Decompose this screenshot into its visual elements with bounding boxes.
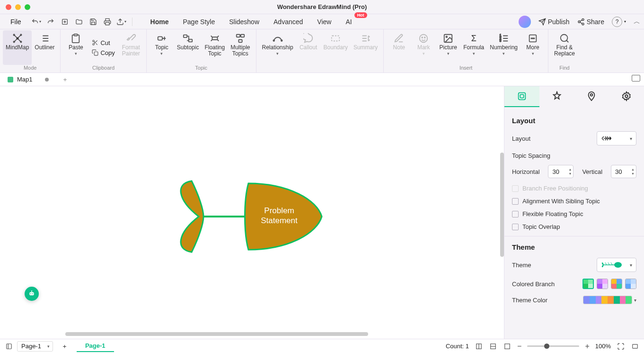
numbering-icon: 123 <box>499 33 509 44</box>
topic-button[interactable]: Topic▾ <box>150 30 174 65</box>
topic-overlap-checkbox[interactable]: Topic Overlap <box>512 223 636 230</box>
page-tab[interactable]: Page-1 <box>77 340 114 352</box>
theme-heading: Theme <box>512 243 636 251</box>
svg-point-25 <box>422 37 423 38</box>
vertical-scrollbar[interactable] <box>500 153 504 257</box>
tab-page-style[interactable]: Page Style <box>176 15 221 28</box>
copy-button[interactable]: Copy <box>90 48 116 57</box>
print-button[interactable] <box>102 16 113 27</box>
close-button[interactable] <box>6 4 11 10</box>
callout-button[interactable]: Callout <box>296 30 321 65</box>
mark-button[interactable]: Mark▾ <box>411 30 436 65</box>
minimize-button[interactable] <box>15 4 21 10</box>
view-mode-2[interactable] <box>489 343 497 350</box>
help-button[interactable]: ?▾ <box>612 17 626 27</box>
side-panel-toggle[interactable] <box>632 75 640 81</box>
pages-panel-button[interactable] <box>5 343 13 350</box>
theme-color-select[interactable] <box>583 296 632 304</box>
align-sibling-checkbox[interactable]: Alignment With Sibling Topic <box>512 198 636 205</box>
add-document-button[interactable]: ＋ <box>61 75 70 84</box>
document-tab-label: Map1 <box>17 76 33 83</box>
svg-point-40 <box>32 293 33 294</box>
collapse-ribbon-button[interactable]: ︿ <box>634 18 640 26</box>
group-clipboard: Paste▾ Cut Copy Format Painter Clipboard <box>61 29 146 72</box>
page-select[interactable]: Page-1▾ <box>17 341 53 352</box>
vertical-spacing-input[interactable]: 30▲▼ <box>611 165 636 178</box>
paste-button[interactable]: Paste▾ <box>63 30 88 65</box>
theme-color-label: Theme Color <box>512 297 547 304</box>
ai-chat-button[interactable] <box>25 287 39 301</box>
open-button[interactable] <box>73 16 85 27</box>
horizontal-spacing-input[interactable]: 30▲▼ <box>548 165 573 178</box>
svg-point-33 <box>531 38 532 39</box>
user-avatar[interactable] <box>519 16 531 28</box>
multiple-topics-button[interactable]: Multiple Topics <box>228 30 253 65</box>
panel-tab-style[interactable] <box>539 86 574 107</box>
format-painter-button[interactable]: Format Painter <box>119 30 143 65</box>
tab-view[interactable]: View <box>310 15 338 28</box>
svg-point-11 <box>93 40 95 42</box>
cut-button[interactable]: Cut <box>90 38 116 47</box>
subtopic-button[interactable]: Subtopic <box>174 30 202 65</box>
add-page-button[interactable]: ＋ <box>61 343 69 350</box>
view-mode-3[interactable] <box>503 343 512 350</box>
maximize-button[interactable] <box>25 4 30 10</box>
floating-topic-button[interactable]: Floating Topic <box>202 30 228 65</box>
svg-point-42 <box>31 290 32 291</box>
formula-button[interactable]: ΣFormula▾ <box>460 30 487 65</box>
relationship-button[interactable]: Relationship▾ <box>259 30 296 65</box>
undo-button[interactable]: ▾ <box>31 16 42 27</box>
summary-button[interactable]: Summary <box>351 30 380 65</box>
document-tab[interactable]: Map1 <box>3 74 54 84</box>
window-controls <box>6 4 30 10</box>
outliner-button[interactable]: Outliner <box>32 30 57 65</box>
flexible-floating-checkbox[interactable]: Flexible Floating Topic <box>512 210 636 217</box>
horizontal-scrollbar[interactable] <box>65 332 368 336</box>
topic-icon <box>157 33 167 44</box>
titlebar: Wondershare EdrawMind (Pro) <box>0 0 644 14</box>
tab-ai[interactable]: AIHot <box>339 15 358 28</box>
panel-tab-marks[interactable] <box>574 86 609 107</box>
numbering-button[interactable]: 123Numbering▾ <box>487 30 520 65</box>
note-button[interactable]: Note <box>387 30 411 65</box>
share-button[interactable]: Share <box>577 18 604 26</box>
swatch-3[interactable] <box>611 279 622 289</box>
zoom-slider[interactable] <box>527 345 579 347</box>
svg-rect-52 <box>7 344 12 349</box>
find-replace-button[interactable]: Find & Replace <box>551 30 578 65</box>
view-mode-1[interactable] <box>475 343 483 350</box>
save-button[interactable] <box>88 16 99 27</box>
mindmap-button[interactable]: MindMap <box>3 30 32 65</box>
canvas[interactable]: Problem Statement <box>0 86 504 339</box>
more-button[interactable]: More▾ <box>520 30 545 65</box>
layout-select[interactable]: ▾ <box>597 131 636 145</box>
document-tabstrip: Map1 ＋ <box>0 73 644 86</box>
theme-select[interactable]: ▾ <box>597 258 636 272</box>
redo-button[interactable] <box>45 16 56 27</box>
picture-button[interactable]: Picture▾ <box>436 30 460 65</box>
publish-button[interactable]: Publish <box>538 18 570 26</box>
zoom-out-button[interactable]: − <box>517 342 521 351</box>
zoom-in-button[interactable]: + <box>585 342 589 351</box>
panel-tab-settings[interactable] <box>609 86 644 107</box>
file-menu[interactable]: File <box>4 16 28 27</box>
export-button[interactable]: ▾ <box>116 16 127 27</box>
tab-slideshow[interactable]: Slideshow <box>222 15 266 28</box>
boundary-button[interactable]: Boundary <box>321 30 351 65</box>
tab-advanced[interactable]: Advanced <box>267 15 309 28</box>
chevron-down-icon: ▾ <box>630 136 632 141</box>
swatch-1[interactable] <box>582 279 594 289</box>
layout-label: Layout <box>512 135 530 142</box>
zoom-level[interactable]: 100% <box>595 343 611 350</box>
swatch-4[interactable] <box>625 279 636 289</box>
panel-tab-layout[interactable] <box>504 86 539 107</box>
tab-home[interactable]: Home <box>144 15 176 28</box>
fullscreen-button[interactable] <box>631 343 639 350</box>
swatch-2[interactable] <box>597 279 608 289</box>
boundary-icon <box>330 33 341 44</box>
fit-screen-button[interactable] <box>617 343 625 350</box>
group-insert-label: Insert <box>387 65 545 72</box>
new-button[interactable] <box>59 16 71 27</box>
side-panel: Layout Layout ▾ Topic Spacing Horizontal… <box>504 86 644 339</box>
fishbone-shape[interactable]: Problem Statement <box>170 176 326 257</box>
